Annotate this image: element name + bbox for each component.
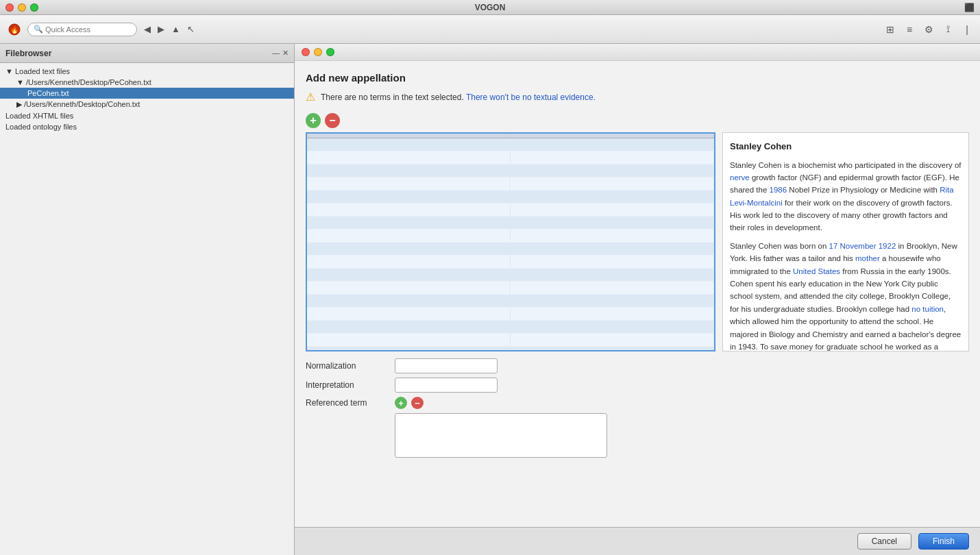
tree-folder1[interactable]: ▼ /Users/Kenneth/Desktop/PeCohen.txt [0, 77, 294, 88]
normalization-row: Normalization [306, 358, 969, 373]
table-row[interactable] [307, 190, 714, 204]
window-controls[interactable] [5, 3, 38, 12]
minimize-button[interactable] [18, 3, 26, 12]
text-panel-title: Stanley Cohen [730, 140, 961, 153]
toolbar: 🔥 🔍 ◀ ▶ ▲ ↖ ⊞ ≡ ⚙ ⟟ | [0, 15, 980, 44]
form-section: Normalization Interpretation Referenced … [306, 358, 969, 462]
referenced-term-buttons: + − [395, 397, 424, 409]
cancel-button[interactable]: Cancel [857, 533, 911, 550]
table-row[interactable] [307, 321, 714, 334]
sidebar-title: Filebrowser [5, 49, 51, 58]
table-row[interactable] [307, 269, 714, 282]
search-input[interactable] [45, 25, 127, 34]
col1-header [307, 134, 511, 138]
table-row[interactable] [307, 164, 714, 177]
table-row[interactable] [307, 230, 714, 243]
settings-icon[interactable]: ⚙ [921, 22, 936, 37]
table-header [307, 134, 714, 138]
tree-folder2[interactable]: ▶ /Users/Kenneth/Desktop/Cohen.txt [0, 99, 294, 110]
title-bar-right: ⬛ [964, 3, 975, 12]
table-row[interactable] [307, 308, 714, 321]
tree-loaded-ontology[interactable]: Loaded ontology files [0, 121, 294, 132]
collapse-icon: ▼ [5, 67, 13, 75]
add-ref-button[interactable]: + [395, 397, 407, 409]
extra-icon[interactable]: | [959, 22, 975, 37]
main-layout: Filebrowser — ✕ ▼ Loaded text files ▼ /U… [0, 44, 980, 555]
interpretation-row: Interpretation [306, 378, 969, 393]
remove-ref-button[interactable]: − [411, 397, 424, 409]
search-icon: 🔍 [34, 25, 43, 34]
add-row-button[interactable]: + [306, 113, 321, 128]
table-row[interactable] [307, 282, 714, 295]
dialog-warning: ⚠ There are no terms in the text selecte… [306, 90, 969, 103]
table-row[interactable] [307, 295, 714, 308]
referenced-term-label: Referenced term [306, 398, 388, 408]
network-icon[interactable]: ⟟ [940, 22, 955, 37]
dialog-min-btn[interactable] [314, 48, 322, 56]
referenced-term-row: Referenced term + − [306, 397, 969, 409]
tree-loaded-xhtml[interactable]: Loaded XHTML files [0, 110, 294, 121]
sidebar: Filebrowser — ✕ ▼ Loaded text files ▼ /U… [0, 44, 295, 555]
sidebar-header: Filebrowser — ✕ [0, 44, 294, 63]
warning-blue-text: There won't be no textual evidence. [466, 92, 596, 102]
table-row[interactable] [307, 347, 714, 352]
resize-icon: ⬛ [964, 3, 975, 12]
table-toolbar: + − [306, 113, 969, 128]
up-button[interactable]: ▲ [169, 23, 183, 36]
appellation-table[interactable] [306, 132, 715, 352]
close-button[interactable] [5, 3, 14, 12]
loaded-xhtml-label: Loaded XHTML files [5, 112, 73, 120]
sidebar-close-btn[interactable]: ✕ [282, 49, 289, 58]
maximize-button[interactable] [30, 3, 38, 12]
tree-loaded-text-files[interactable]: ▼ Loaded text files [0, 66, 294, 77]
col2-header [511, 134, 714, 138]
svg-text:🔥: 🔥 [10, 25, 19, 34]
warning-icon: ⚠ [306, 90, 315, 103]
sidebar-minimize-btn[interactable]: — [272, 49, 280, 58]
warning-text: There are no terms in the text selected.… [321, 92, 596, 102]
table-row[interactable] [307, 151, 714, 164]
referenced-term-textarea[interactable] [395, 413, 607, 458]
folder2-label: /Users/Kenneth/Desktop/Cohen.txt [24, 100, 140, 108]
dialog-title: Add new appellation [306, 72, 969, 84]
normalization-label: Normalization [306, 361, 388, 371]
back-button[interactable]: ◀ [141, 23, 154, 36]
tree-file1[interactable]: PeCohen.txt [0, 88, 294, 99]
right-panel: Add new appellation ⚠ There are no terms… [295, 44, 980, 555]
interpretation-input[interactable] [395, 378, 498, 393]
app-title: VOGON [475, 3, 506, 12]
cursor-button[interactable]: ↖ [184, 23, 197, 36]
normalization-input[interactable] [395, 358, 498, 373]
remove-row-button[interactable]: − [325, 113, 340, 128]
dialog-close-btn[interactable] [302, 48, 310, 56]
interpretation-label: Interpretation [306, 380, 388, 390]
split-area: Stanley Cohen Stanley Cohen is a biochem… [306, 132, 969, 352]
toolbar-nav: ◀ ▶ ▲ ↖ [141, 23, 197, 36]
dialog-max-btn[interactable] [326, 48, 334, 56]
title-bar: VOGON ⬛ [0, 0, 980, 15]
table-row[interactable] [307, 138, 714, 151]
home-icon[interactable]: 🔥 [5, 21, 23, 38]
toolbar-right: ⊞ ≡ ⚙ ⟟ | [883, 22, 975, 37]
sidebar-controls: — ✕ [272, 49, 289, 58]
loaded-ontology-label: Loaded ontology files [5, 123, 77, 131]
folder1-label: /Users/Kenneth/Desktop/PeCohen.txt [26, 78, 151, 86]
expand-icon2: ▶ [16, 100, 22, 108]
dialog-body: Add new appellation ⚠ There are no terms… [295, 61, 980, 527]
table-row[interactable] [307, 256, 714, 269]
table-row[interactable] [307, 177, 714, 190]
table-row[interactable] [307, 204, 714, 217]
table-row[interactable] [307, 243, 714, 256]
table-row[interactable] [307, 334, 714, 347]
search-box[interactable]: 🔍 [27, 23, 137, 36]
table-row[interactable] [307, 217, 714, 230]
text-panel-body: Stanley Cohen is a biochemist who partic… [730, 159, 961, 352]
loaded-text-label: Loaded text files [15, 67, 70, 75]
text-panel: Stanley Cohen Stanley Cohen is a biochem… [722, 132, 969, 352]
grid-icon[interactable]: ⊞ [883, 22, 898, 37]
dialog-titlebar [295, 44, 980, 61]
finish-button[interactable]: Finish [918, 533, 969, 550]
forward-button[interactable]: ▶ [155, 23, 167, 36]
list-icon[interactable]: ≡ [902, 22, 917, 37]
file1-label: PeCohen.txt [27, 89, 69, 97]
